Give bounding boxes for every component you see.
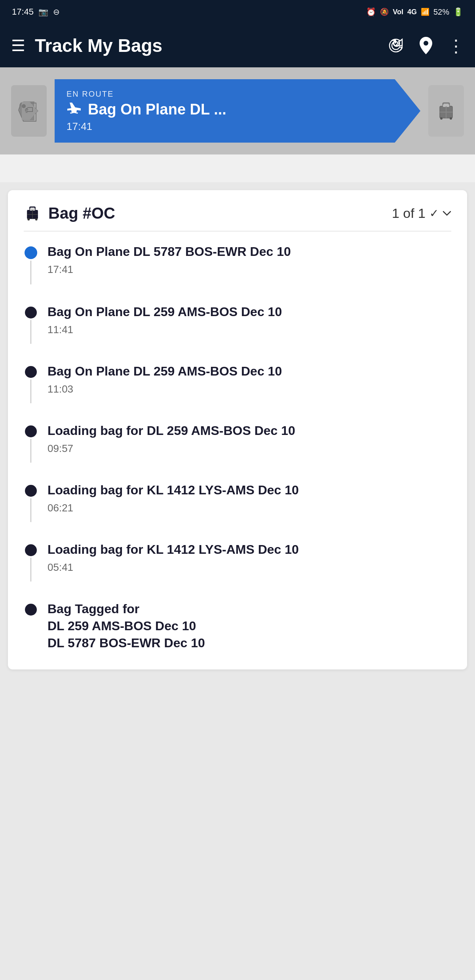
bag-number: Bag #OC bbox=[48, 204, 115, 222]
timeline-item: Loading bag for KL 1412 LYS-AMS Dec 10 0… bbox=[24, 482, 451, 541]
luggage-icon-right bbox=[428, 85, 464, 137]
timeline-event: Bag Tagged for DL 259 AMS-BOS Dec 10 DL … bbox=[48, 601, 451, 652]
lte-icon: 4G bbox=[407, 8, 417, 16]
svg-point-2 bbox=[424, 41, 428, 46]
timeline-dot bbox=[25, 544, 37, 556]
timeline-content: Loading bag for KL 1412 LYS-AMS Dec 10 0… bbox=[48, 482, 451, 514]
more-button[interactable]: ⋮ bbox=[447, 36, 464, 56]
en-route-status: Bag On Plane DL ... bbox=[88, 101, 226, 118]
battery-percent: 52% bbox=[433, 8, 449, 17]
timeline-left bbox=[24, 541, 38, 582]
timeline-dot bbox=[25, 366, 37, 378]
timeline-left bbox=[24, 363, 38, 403]
svg-point-11 bbox=[450, 117, 452, 120]
timeline-time: 06:21 bbox=[48, 502, 451, 514]
app-title: Track My Bags bbox=[35, 35, 378, 56]
timeline-item: Bag On Plane DL 259 AMS-BOS Dec 10 11:03 bbox=[24, 363, 451, 422]
location-button[interactable] bbox=[417, 36, 435, 55]
timeline: Bag On Plane DL 5787 BOS-EWR Dec 10 17:4… bbox=[24, 243, 451, 655]
timeline-time: 05:41 bbox=[48, 561, 451, 574]
timeline-left bbox=[24, 303, 38, 344]
timeline-left bbox=[24, 482, 38, 522]
timeline-event: Bag On Plane DL 259 AMS-BOS Dec 10 bbox=[48, 303, 451, 320]
status-bar: 17:45 📷 ⊖ ⏰ 🔕 Vol 4G 📶 52% 🔋 bbox=[0, 0, 475, 24]
minus-circle-icon: ⊖ bbox=[53, 7, 60, 17]
timeline-content: Bag On Plane DL 5787 BOS-EWR Dec 10 17:4… bbox=[48, 243, 451, 276]
svg-point-18 bbox=[35, 218, 38, 220]
status-left: 17:45 📷 ⊖ bbox=[12, 7, 60, 17]
bag-count-text: 1 of 1 bbox=[392, 206, 426, 221]
timeline-time: 09:57 bbox=[48, 442, 451, 455]
timeline-line bbox=[30, 498, 31, 522]
timeline-line bbox=[30, 320, 31, 344]
timeline-event: Loading bag for DL 259 AMS-BOS Dec 10 bbox=[48, 422, 451, 439]
en-route-banner: EN ROUTE Bag On Plane DL ... 17:41 bbox=[55, 79, 420, 143]
timeline-line bbox=[30, 379, 31, 403]
timeline-content: Bag Tagged for DL 259 AMS-BOS Dec 10 DL … bbox=[48, 601, 451, 655]
svg-text:↻: ↻ bbox=[391, 38, 401, 50]
timeline-dot bbox=[25, 425, 37, 437]
timeline-content: Loading bag for KL 1412 LYS-AMS Dec 10 0… bbox=[48, 541, 451, 574]
mute-icon: 🔕 bbox=[380, 8, 389, 16]
svg-point-17 bbox=[27, 218, 30, 220]
timeline-left bbox=[24, 601, 38, 616]
signal-icon: 📶 bbox=[421, 8, 429, 16]
timeline-item: Loading bag for KL 1412 LYS-AMS Dec 10 0… bbox=[24, 541, 451, 601]
timeline-event: Bag On Plane DL 259 AMS-BOS Dec 10 bbox=[48, 363, 451, 380]
status-right: ⏰ 🔕 Vol 4G 📶 52% 🔋 bbox=[366, 7, 463, 17]
en-route-label: EN ROUTE bbox=[66, 90, 397, 99]
battery-icon: 🔋 bbox=[453, 7, 463, 17]
spacer-white bbox=[0, 154, 475, 182]
timeline-content: Bag On Plane DL 259 AMS-BOS Dec 10 11:41 bbox=[48, 303, 451, 336]
timeline-content: Loading bag for DL 259 AMS-BOS Dec 10 09… bbox=[48, 422, 451, 455]
timeline-left bbox=[24, 243, 38, 284]
alarm-icon: ⏰ bbox=[366, 7, 376, 17]
en-route-flight: Bag On Plane DL ... bbox=[66, 101, 397, 118]
timeline-item: Loading bag for DL 259 AMS-BOS Dec 10 09… bbox=[24, 422, 451, 482]
bag-title-section: Bag #OC bbox=[24, 204, 115, 222]
timeline-dot bbox=[25, 485, 37, 497]
tag-icon-left: 🏷 bbox=[11, 85, 47, 137]
timeline-content: Bag On Plane DL 259 AMS-BOS Dec 10 11:03 bbox=[48, 363, 451, 395]
timeline-item: Bag On Plane DL 259 AMS-BOS Dec 10 11:41 bbox=[24, 303, 451, 363]
app-bar-icons: ↻ ⋮ bbox=[387, 36, 464, 56]
chevron-down-icon: ✓ bbox=[429, 207, 439, 220]
status-time: 17:45 bbox=[12, 7, 34, 17]
main-card: Bag #OC 1 of 1 ✓ Bag On Plane DL 5787 BO… bbox=[8, 190, 467, 669]
camera-icon: 📷 bbox=[38, 7, 48, 17]
bag-count[interactable]: 1 of 1 ✓ bbox=[392, 206, 451, 221]
timeline-time: 17:41 bbox=[48, 263, 451, 276]
timeline-event: Bag On Plane DL 5787 BOS-EWR Dec 10 bbox=[48, 243, 451, 260]
vol-icon: Vol bbox=[393, 8, 403, 16]
timeline-event: Loading bag for KL 1412 LYS-AMS Dec 10 bbox=[48, 541, 451, 558]
timeline-time: 11:41 bbox=[48, 324, 451, 336]
timeline-line bbox=[30, 261, 31, 284]
app-bar: ☰ Track My Bags ↻ ⋮ bbox=[0, 24, 475, 67]
timeline-dot bbox=[25, 604, 37, 616]
menu-button[interactable]: ☰ bbox=[11, 36, 25, 55]
en-route-time: 17:41 bbox=[66, 120, 397, 133]
svg-point-10 bbox=[440, 117, 443, 120]
timeline-line bbox=[30, 439, 31, 463]
timeline-dot bbox=[25, 246, 37, 259]
svg-text:🏷: 🏷 bbox=[25, 105, 33, 115]
timeline-left bbox=[24, 422, 38, 463]
timeline-line bbox=[30, 558, 31, 582]
timeline-dot bbox=[25, 307, 37, 318]
banner-container: 🏷 EN ROUTE Bag On Plane DL ... 17:41 bbox=[0, 67, 475, 154]
timeline-event: Loading bag for KL 1412 LYS-AMS Dec 10 bbox=[48, 482, 451, 499]
timeline-item: Bag Tagged for DL 259 AMS-BOS Dec 10 DL … bbox=[24, 601, 451, 655]
refresh-button[interactable]: ↻ bbox=[387, 37, 405, 54]
bag-header: Bag #OC 1 of 1 ✓ bbox=[24, 204, 451, 231]
timeline-time: 11:03 bbox=[48, 383, 451, 395]
timeline-item: Bag On Plane DL 5787 BOS-EWR Dec 10 17:4… bbox=[24, 243, 451, 303]
